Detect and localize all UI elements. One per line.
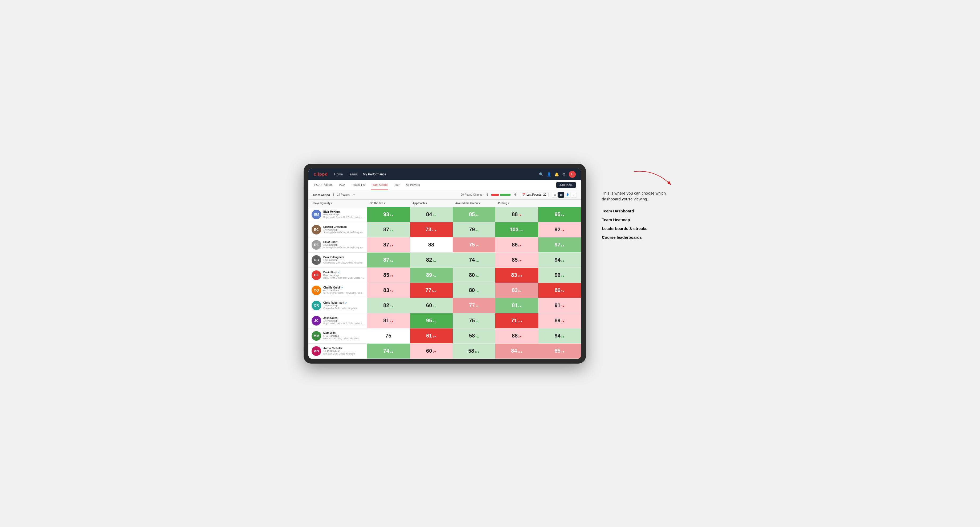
col-header-approach[interactable]: Approach ▾: [410, 201, 453, 206]
score-delta: 1▲: [476, 259, 479, 262]
score-inner: 95 9▲: [555, 211, 565, 217]
col-header-aroundgreen[interactable]: Around the Green ▾: [453, 201, 496, 206]
player-row[interactable]: JC Josh Coles 1-5 Handicap Royal North D…: [309, 313, 581, 329]
player-info: CR Chris Robertson ✔ 1-5 Handicap Craigm…: [309, 298, 367, 313]
sub-nav: PGAT Players PGA Hcaps 1-5 Team Clippd T…: [309, 180, 581, 190]
player-info: EE Elliot Ebert 1-5 Handicap Sunningdale…: [309, 237, 367, 252]
search-icon[interactable]: 🔍: [539, 172, 544, 176]
score-delta: 3▲: [390, 305, 394, 308]
view-download-button[interactable]: ↓: [571, 192, 577, 198]
player-details: Edward Crossman 1-5 Handicap Sunningdale…: [323, 225, 365, 234]
score-cell-2: 77 3▼: [453, 298, 496, 313]
score-cell-1: 89 7▲: [410, 268, 453, 283]
score-delta: 3▲: [476, 275, 479, 277]
player-club: Sunningdale Golf Club, United Kingdom: [323, 246, 365, 249]
player-details: Dave Billingham 1-5 Handicap Gog Magog G…: [323, 256, 365, 264]
subnav-tour[interactable]: Tour: [393, 180, 400, 190]
player-row[interactable]: DF David Ford ✔ Plus Handicap Royal Nort…: [309, 268, 581, 283]
score-cell-2: 58 4▲: [453, 329, 496, 343]
view-list-button[interactable]: ▤: [558, 192, 564, 198]
player-row[interactable]: EE Elliot Ebert 1-5 Handicap Sunningdale…: [309, 237, 581, 252]
score-cell-0: 75: [367, 329, 410, 343]
score-inner: 58 10▲: [468, 348, 480, 354]
score-number: 87: [383, 257, 389, 263]
add-team-button[interactable]: Add Team: [556, 182, 576, 188]
player-details: David Ford ✔ Plus Handicap Royal North D…: [323, 271, 365, 279]
score-inner: 58 4▲: [469, 333, 479, 339]
player-avatar: BM: [312, 210, 321, 219]
tablet-frame: clippd Home Teams My Performance 🔍 👤 🔔 ⚙…: [304, 163, 586, 364]
subnav-pgat[interactable]: PGAT Players: [314, 180, 333, 190]
score-cell-0: 87 4▲: [367, 252, 410, 268]
score-delta: 4▲: [518, 305, 522, 308]
player-avatar: EE: [312, 240, 321, 250]
player-details: Aaron Nicholls 11-15 Handicap Drift Golf…: [323, 347, 365, 355]
nav-link-myperformance[interactable]: My Performance: [363, 173, 386, 176]
score-inner: 86 8▼: [555, 287, 565, 293]
score-inner: 85 3▼: [512, 257, 522, 263]
score-number: 94: [555, 257, 561, 263]
last-rounds-button[interactable]: 📅 Last Rounds: 20: [520, 192, 549, 197]
annotation-item-3: Course leaderboards: [602, 235, 676, 240]
player-handicap: 1-5 Handicap: [323, 304, 365, 307]
player-club: Gog Magog Golf Club, United Kingdom: [323, 261, 365, 264]
player-info: BM Blair McHarg Plus Handicap Royal Nort…: [309, 207, 367, 222]
score-cell-4: 96 3▲: [538, 268, 581, 283]
score-delta: 7▲: [433, 275, 436, 277]
col-header-putting[interactable]: Putting ▾: [495, 201, 538, 206]
player-avatar: DF: [312, 270, 321, 280]
col-header-offtee[interactable]: Off the Tee ▾: [367, 201, 410, 206]
edit-icon[interactable]: ✏: [353, 193, 355, 197]
player-row[interactable]: DB Dave Billingham 1-5 Handicap Gog Mago…: [309, 252, 581, 268]
subnav-pga[interactable]: PGA: [339, 180, 346, 190]
score-delta: 2▼: [561, 320, 565, 323]
score-inner: 77 3▼: [469, 302, 479, 308]
col-header-player[interactable]: Player Quality ▾: [309, 201, 367, 206]
subnav-allplayers[interactable]: All Players: [406, 180, 420, 190]
player-row[interactable]: CR Chris Robertson ✔ 1-5 Handicap Craigm…: [309, 298, 581, 313]
player-club: Royal North Devon Golf Club, United King…: [323, 216, 365, 219]
score-delta: 21▲: [517, 351, 522, 353]
score-delta: 10▲: [475, 351, 480, 353]
subnav-hcaps[interactable]: Hcaps 1-5: [351, 180, 365, 190]
score-number: 58: [468, 348, 474, 354]
player-name: Chris Robertson: [323, 301, 344, 304]
table-controls: Team Clippd | 14 Players ✏ 20 Round Chan…: [309, 190, 581, 200]
score-number: 92: [555, 227, 561, 233]
score-inner: 74 8▲: [383, 348, 393, 354]
view-grid-button[interactable]: ⊞: [552, 192, 558, 198]
bar-red: [492, 194, 499, 196]
player-details: Blair McHarg Plus Handicap Royal North D…: [323, 210, 365, 219]
score-cell-4: 95 9▲: [538, 207, 581, 222]
user-icon[interactable]: 👤: [547, 172, 551, 176]
player-row[interactable]: EC Edward Crossman 1-5 Handicap Sunningd…: [309, 222, 581, 237]
score-delta: 6▼: [518, 290, 522, 292]
player-row[interactable]: BM Blair McHarg Plus Handicap Royal Nort…: [309, 207, 581, 222]
score-inner: 87 3▼: [383, 242, 393, 248]
player-handicap: 1-5 Handicap: [323, 243, 365, 246]
score-inner: 60 2▲: [426, 302, 436, 308]
user-avatar[interactable]: U: [569, 171, 576, 178]
tablet-screen: clippd Home Teams My Performance 🔍 👤 🔔 ⚙…: [309, 168, 581, 359]
player-details: Elliot Ebert 1-5 Handicap Sunningdale Go…: [323, 241, 365, 249]
score-inner: 97 5▲: [555, 242, 565, 248]
player-name: Elliot Ebert: [323, 241, 337, 243]
view-person-button[interactable]: 👤: [565, 192, 570, 198]
settings-icon[interactable]: ⚙: [562, 172, 566, 176]
score-delta: 1▼: [518, 214, 522, 217]
calendar-icon: 📅: [522, 193, 525, 196]
player-row[interactable]: AN Aaron Nicholls 11-15 Handicap Drift G…: [309, 344, 581, 359]
score-inner: 82 3▲: [383, 302, 393, 308]
bell-icon[interactable]: 🔔: [554, 172, 559, 176]
player-club: Royal North Devon Golf Club, United King…: [323, 276, 365, 279]
player-row[interactable]: MM Matt Miller 6-10 Handicap Woburn Golf…: [309, 329, 581, 344]
nav-link-home[interactable]: Home: [334, 173, 343, 176]
nav-link-teams[interactable]: Teams: [348, 173, 357, 176]
score-number: 93: [383, 211, 389, 217]
player-avatar: CQ: [312, 286, 321, 295]
subnav-teamclippd[interactable]: Team Clippd: [371, 180, 388, 190]
view-icons: ⊞ ▤ 👤 ↓: [552, 192, 577, 198]
score-number: 83: [512, 287, 518, 293]
player-row[interactable]: CQ Charlie Quick ✔ 6-10 Handicap St. Geo…: [309, 283, 581, 298]
player-info: DB Dave Billingham 1-5 Handicap Gog Mago…: [309, 252, 367, 268]
